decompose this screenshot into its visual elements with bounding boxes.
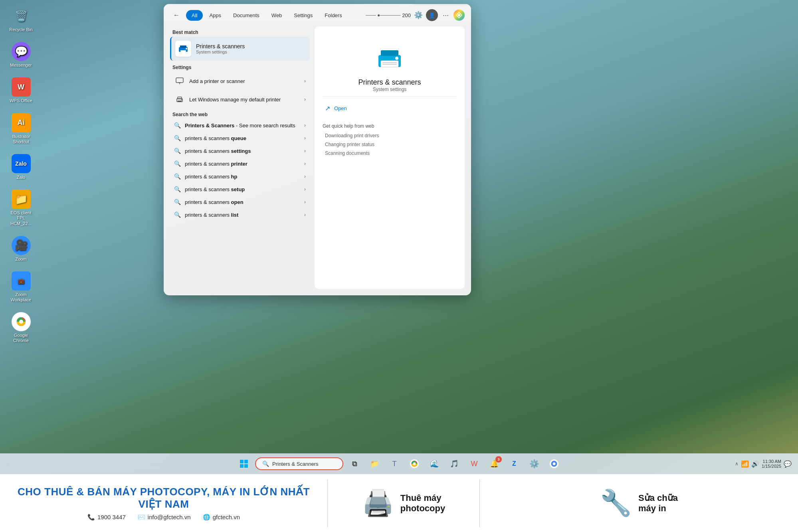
web-section-label: Search the web — [170, 109, 310, 119]
popup-right-panel: Printers & scanners System settings ↗ Op… — [315, 26, 465, 289]
teams-button[interactable]: T — [386, 455, 403, 473]
back-button[interactable]: ← — [170, 9, 183, 22]
web-search-open[interactable]: 🔍 printers & scanners open › — [170, 196, 310, 208]
web-search-printer[interactable]: 🔍 printers & scanners printer › — [170, 157, 310, 170]
settings-add-printer[interactable]: Add a printer or scanner › — [170, 72, 310, 90]
chrome2-taskbar-button[interactable] — [545, 455, 563, 473]
web-search-main[interactable]: 🔍 Printers & Scanners - See more search … — [170, 119, 310, 132]
open-action-label: Open — [334, 105, 347, 111]
svg-rect-22 — [244, 460, 248, 463]
taskbar-search-input[interactable] — [272, 461, 336, 467]
service1-title: Thuê máy — [400, 493, 445, 503]
open-action[interactable]: ↗ Open — [323, 101, 457, 115]
desktop-icon-illustrator[interactable]: Ai Illustrator Shortcut — [4, 111, 38, 147]
service2-title: Sửa chữa — [638, 493, 678, 503]
zalo-taskbar-icon: Z — [512, 460, 516, 467]
chevron-icon-web1: › — [304, 123, 306, 128]
right-panel-title: Printers & scanners — [358, 78, 421, 87]
help-link-3[interactable]: Scanning documents — [323, 149, 457, 158]
notifications-button[interactable]: 🔔 3 — [485, 455, 503, 473]
quick-help-title: Get quick help from web — [323, 123, 457, 129]
tab-apps[interactable]: Apps — [204, 10, 227, 21]
taskbar: 🔍 ⧉ 📁 T 🌊 🎵 W 🔔 3 — [0, 453, 798, 474]
right-actions: ↗ Open — [323, 101, 457, 115]
task-view-icon: ⧉ — [352, 460, 357, 468]
banner-right-section: 🔧 Sửa chữa máy in — [480, 484, 798, 522]
settings-default-printer[interactable]: Let Windows manage my default printer › — [170, 90, 310, 109]
search-icon-2: 🔍 — [174, 135, 181, 141]
desktop-icon-chrome[interactable]: Google Chrome — [4, 310, 38, 346]
wps-taskbar-button[interactable]: W — [465, 455, 483, 473]
desktop-icon-recycle-bin[interactable]: 🗑️ Recycle Bin — [4, 4, 38, 35]
svg-rect-24 — [244, 464, 248, 468]
svg-point-30 — [553, 463, 556, 465]
notification-badge: 3 — [495, 456, 502, 463]
web-search-settings[interactable]: 🔍 printers & scanners settings › — [170, 144, 310, 157]
teams-icon: T — [392, 460, 397, 468]
desktop-icon-zoom-workplace[interactable]: 💼 Zoom Workplace — [4, 269, 38, 305]
desktop-icon-eos[interactable]: 📁 EOS client FPL HCM_22... — [4, 187, 38, 229]
web-search-hp[interactable]: 🔍 printers & scanners hp › — [170, 170, 310, 183]
tab-settings[interactable]: Settings — [288, 10, 318, 21]
chevron-icon-web5: › — [304, 174, 306, 179]
desktop-icon-zalo[interactable]: Zalo Zalo — [4, 152, 38, 182]
svg-rect-19 — [382, 62, 397, 63]
svg-rect-16 — [381, 50, 398, 56]
desktop-icon-zoom[interactable]: 🎥 Zoom — [4, 233, 38, 264]
desktop-icon-messenger[interactable]: 💬 Messenger — [4, 40, 38, 70]
spotify-button[interactable]: 🎵 — [446, 455, 463, 473]
svg-point-27 — [413, 463, 416, 465]
chrome-taskbar-button[interactable] — [406, 455, 423, 473]
file-explorer-button[interactable]: 📁 — [366, 455, 383, 473]
colorful-logo-icon — [453, 10, 465, 21]
banner-email: ✉️ info@gfctech.vn — [138, 514, 191, 521]
more-options-button[interactable]: ··· — [441, 10, 450, 21]
notification-center-icon[interactable]: 💬 — [784, 460, 792, 468]
svg-rect-8 — [176, 78, 183, 83]
tab-documents[interactable]: Documents — [228, 10, 265, 21]
web-search-setup[interactable]: 🔍 printers & scanners setup › — [170, 183, 310, 196]
settings-icon[interactable]: ⚙️ — [414, 11, 423, 20]
email-icon: ✉️ — [138, 514, 145, 521]
right-icon-area: Printers & scanners System settings — [323, 34, 457, 97]
taskbar-search-bar[interactable]: 🔍 — [255, 457, 343, 470]
desktop-icon-wps[interactable]: W WPS Office — [4, 75, 38, 106]
default-printer-text: Let Windows manage my default printer — [189, 97, 281, 103]
settings-taskbar-button[interactable]: ⚙️ — [525, 455, 543, 473]
svg-rect-6 — [180, 50, 186, 52]
task-view-button[interactable]: ⧉ — [346, 455, 363, 473]
windows-start-button[interactable] — [235, 455, 253, 473]
volume-icon[interactable]: 🔊 — [751, 460, 759, 468]
best-match-item[interactable]: Printers & scanners System settings — [170, 37, 310, 61]
edge-button[interactable]: 🌊 — [426, 455, 443, 473]
web-hp-text: printers & scanners hp — [185, 174, 238, 180]
svg-point-14 — [181, 99, 182, 100]
zalo-taskbar-button[interactable]: Z — [505, 455, 523, 473]
popup-left-column: Best match Printers & scanners System se… — [170, 26, 310, 289]
monitor-icon — [174, 75, 185, 87]
tab-web[interactable]: Web — [266, 10, 288, 21]
open-external-icon: ↗ — [325, 105, 330, 112]
search-icon-8: 🔍 — [174, 212, 181, 218]
settings-taskbar-icon: ⚙️ — [529, 459, 539, 469]
web-search-list[interactable]: 🔍 printers & scanners list › — [170, 208, 310, 221]
svg-rect-5 — [180, 45, 186, 48]
svg-rect-23 — [240, 464, 244, 468]
web-search-queue[interactable]: 🔍 printers & scanners queue › — [170, 132, 310, 144]
clock-display: 11:30 AM1/15/2025 — [762, 459, 781, 469]
svg-point-7 — [186, 48, 187, 49]
profile-avatar[interactable]: 👤 — [426, 9, 438, 21]
banner-contacts: 📞 1900 3447 ✉️ info@gfctech.vn 🌐 gfctech… — [87, 514, 240, 521]
help-link-2[interactable]: Changing printer status — [323, 140, 457, 149]
network-icon[interactable]: 📶 — [741, 460, 749, 468]
svg-rect-21 — [240, 460, 244, 463]
chevron-icon-web7: › — [304, 199, 306, 205]
spotify-icon: 🎵 — [450, 459, 459, 468]
svg-rect-20 — [382, 64, 397, 65]
desktop-icon-area: 🗑️ Recycle Bin 💬 Messenger W WPS Office … — [0, 0, 64, 299]
chevron-up-icon[interactable]: ∧ — [735, 461, 739, 467]
help-link-1[interactable]: Downloading print drivers — [323, 131, 457, 140]
tab-folders[interactable]: Folders — [319, 10, 347, 21]
tab-all[interactable]: All — [186, 10, 203, 21]
wrench-person-icon: 🔧 — [600, 488, 632, 518]
